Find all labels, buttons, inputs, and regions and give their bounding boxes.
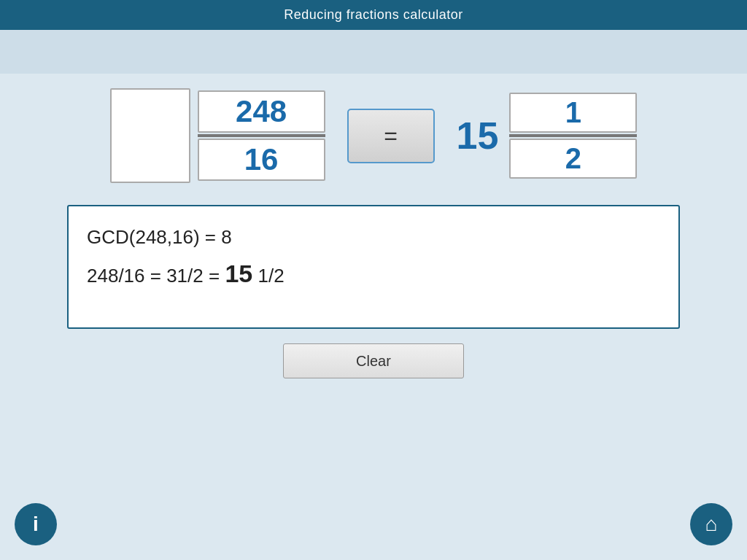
clear-button[interactable]: Clear — [283, 343, 464, 378]
info-icon: i — [33, 513, 39, 536]
result-line2-prefix: 248/16 = 31/2 = — [87, 265, 225, 287]
result-line2: 248/16 = 31/2 = 15 1/2 — [87, 253, 660, 295]
result-fraction: 1 2 — [509, 93, 637, 179]
page-header: Reducing fractions calculator — [0, 0, 747, 30]
result-fraction-line — [509, 134, 637, 137]
page-title: Reducing fractions calculator — [284, 7, 463, 22]
input-fraction: 248 16 — [198, 90, 325, 181]
result-denominator-box: 2 — [509, 139, 637, 179]
home-icon: ⌂ — [705, 513, 718, 536]
result-text-box: GCD(248,16) = 8 248/16 = 31/2 = 15 1/2 — [67, 205, 680, 329]
result-line1: GCD(248,16) = 8 — [87, 221, 660, 253]
home-button[interactable]: ⌂ — [690, 503, 732, 545]
top-band — [0, 30, 747, 74]
result-line2-suffix: 1/2 — [252, 265, 284, 287]
denominator-box[interactable]: 16 — [198, 139, 325, 181]
result-numerator-box: 1 — [509, 93, 637, 133]
numerator-box[interactable]: 248 — [198, 90, 325, 133]
fraction-row: 248 16 = 15 1 2 — [110, 88, 638, 183]
main-content: 248 16 = 15 1 2 GCD(248,16) = 8 24 — [0, 74, 747, 560]
result-line2-large: 15 — [225, 260, 252, 287]
fraction-line — [198, 134, 325, 137]
result-whole-number: 15 — [457, 114, 499, 158]
equals-button[interactable]: = — [347, 109, 435, 163]
info-button[interactable]: i — [15, 503, 57, 545]
whole-number-input[interactable] — [110, 88, 190, 183]
